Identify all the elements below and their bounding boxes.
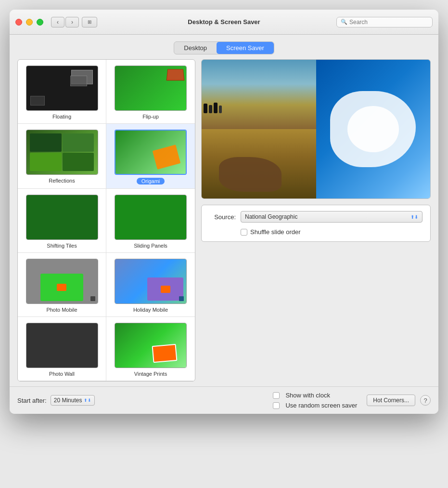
close-button[interactable] [15,19,22,26]
preview-cell-bear [202,129,316,198]
list-item[interactable]: Shifting Tiles [18,189,106,253]
traffic-lights [15,19,43,26]
saver-label: Sliding Panels [134,243,167,249]
saver-grid: Floating Flip-up [18,60,195,381]
thumb-reflections [26,130,98,175]
list-item[interactable]: Photo Wall [18,317,106,381]
random-row: Use random screen saver [273,402,357,409]
saver-label: Origami [137,178,165,185]
select-arrow-icon: ⬆⬇ [410,214,418,220]
app-window: ‹ › ⊞ Desktop & Screen Saver 🔍 Desktop S… [10,10,438,414]
shuffle-checkbox[interactable] [241,229,247,236]
list-item[interactable]: Holiday Mobile [106,253,195,317]
screensaver-list: Floating Flip-up [17,59,195,382]
thumb-flipup [115,66,187,111]
source-select[interactable]: National Geographic ⬆⬇ [241,211,422,223]
show-clock-label: Show with clock [285,392,330,399]
nav-buttons: ‹ › ⊞ [51,17,97,27]
saver-label: Reflections [49,178,75,184]
forward-button[interactable]: › [65,17,79,27]
source-row: Source: National Geographic ⬆⬇ [209,211,422,223]
list-item[interactable]: Reflections [18,124,106,189]
minimize-button[interactable] [26,19,33,26]
back-button[interactable]: ‹ [51,17,64,27]
source-value: National Geographic [245,213,297,220]
saver-label: Holiday Mobile [133,307,168,313]
thumb-holidaymobile [115,259,187,304]
source-label: Source: [209,213,236,221]
duration-arrow-icon: ⬆⬇ [84,398,91,403]
tabs-container: Desktop Screen Saver [10,35,438,59]
saver-label: Photo Wall [49,371,75,377]
bottom-bar: Start after: 20 Minutes ⬆⬇ Show with clo… [10,386,438,414]
use-random-checkbox[interactable] [273,402,280,409]
list-item[interactable]: Flip-up [106,60,195,124]
titlebar: ‹ › ⊞ Desktop & Screen Saver 🔍 [10,10,438,35]
maximize-button[interactable] [37,19,43,26]
list-item[interactable]: Origami [106,124,195,189]
list-item[interactable]: Sliding Panels [106,189,195,253]
preview-cell-polarbear [316,60,431,198]
thumb-origami [115,130,187,175]
list-item[interactable]: Vintage Prints [106,317,195,381]
duration-value: 20 Minutes [54,397,82,404]
show-clock-checkbox[interactable] [273,392,280,399]
help-button[interactable]: ? [420,395,431,406]
thumb-vintage [115,323,187,368]
tab-group: Desktop Screen Saver [174,41,274,54]
tab-desktop[interactable]: Desktop [174,42,217,54]
thumb-floating [26,66,98,111]
window-title: Desktop & Screen Saver [188,18,260,26]
saver-label: Vintage Prints [134,371,167,377]
thumb-shifting [26,195,98,240]
duration-select[interactable]: 20 Minutes ⬆⬇ [51,395,95,406]
grid-button[interactable]: ⊞ [82,17,97,27]
list-item[interactable]: Floating [18,60,106,124]
preview-area [201,59,431,199]
options-area: Source: National Geographic ⬆⬇ Shuffle s… [201,205,431,242]
search-icon: 🔍 [341,19,347,25]
tab-screensaver[interactable]: Screen Saver [217,42,274,54]
hot-corners-button[interactable]: Hot Corners... [367,395,415,406]
preview-cell-penguins [202,60,316,129]
grid-icon: ⊞ [88,19,91,25]
thumb-photomobile [26,259,98,304]
saver-label: Shifting Tiles [47,243,77,249]
show-clock-row: Show with clock [273,392,357,399]
thumb-photowall [26,323,98,368]
show-clock-area: Show with clock Use random screen saver [273,392,357,409]
search-bar[interactable]: 🔍 [336,17,433,27]
list-item[interactable]: Photo Mobile [18,253,106,317]
saver-label: Photo Mobile [46,307,77,313]
thumb-sliding [115,195,187,240]
search-input[interactable] [349,19,428,26]
use-random-label: Use random screen saver [285,402,357,409]
forward-icon: › [71,19,73,26]
shuffle-label: Shuffle slide order [250,228,301,236]
shuffle-row: Shuffle slide order [241,228,422,236]
right-panel: Source: National Geographic ⬆⬇ Shuffle s… [201,59,431,382]
saver-label: Flip-up [142,114,159,119]
start-after-label: Start after: [17,397,47,404]
back-icon: ‹ [57,19,59,26]
saver-label: Floating [52,114,71,119]
main-content: Floating Flip-up [10,59,438,382]
preview-image [202,60,430,198]
